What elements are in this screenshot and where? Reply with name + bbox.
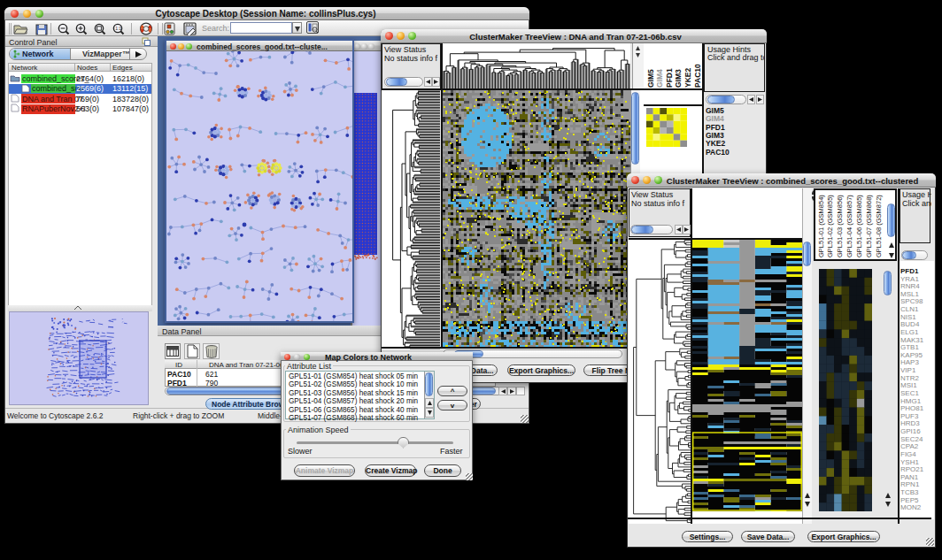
svg-text:GIM5: GIM5 — [646, 69, 655, 88]
svg-text:1:1: 1:1 — [115, 26, 121, 31]
svg-text:GPL51-04 (GSM857): GPL51-04 (GSM857) — [845, 195, 853, 257]
svg-text:GIM3: GIM3 — [674, 69, 683, 88]
svg-text:PAC10: PAC10 — [693, 64, 702, 88]
svg-text:GPL51-03 (GSM856): GPL51-03 (GSM856) — [836, 195, 844, 257]
svg-text:GPL51-07 (GSM868): GPL51-07 (GSM868) — [865, 195, 873, 257]
svg-text:YKE2: YKE2 — [683, 68, 692, 88]
svg-text:PFD1: PFD1 — [665, 68, 674, 88]
svg-text:GPL51-01 (GSM854): GPL51-01 (GSM854) — [817, 195, 825, 257]
svg-text:GPL51-06 (GSM865): GPL51-06 (GSM865) — [855, 195, 863, 257]
svg-text:GIM4: GIM4 — [655, 69, 664, 88]
svg-text:GPL51-08 (GSM872): GPL51-08 (GSM872) — [875, 195, 883, 257]
svg-text:GPL51-02 (GSM855): GPL51-02 (GSM855) — [826, 195, 834, 257]
